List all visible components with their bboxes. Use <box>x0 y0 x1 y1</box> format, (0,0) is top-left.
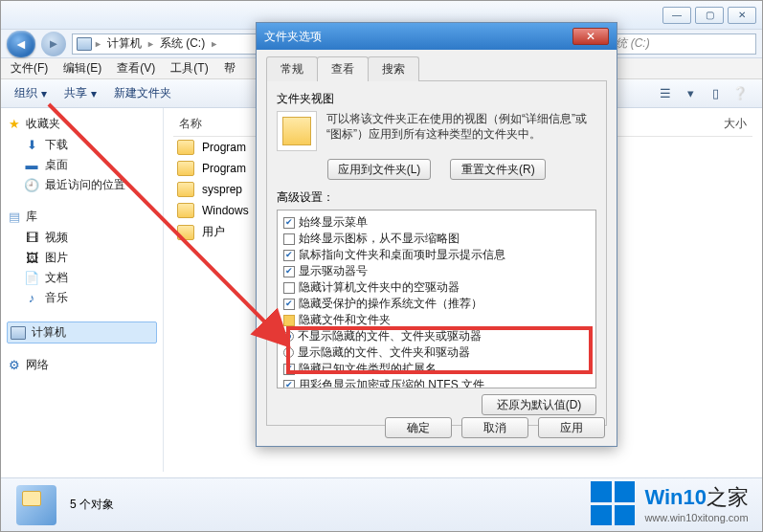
advanced-option[interactable]: ✔隐藏已知文件类型的扩展名 <box>283 361 590 377</box>
checkbox[interactable] <box>283 282 295 294</box>
checkbox[interactable]: ✔ <box>283 299 295 310</box>
breadcrumb-seg-computer[interactable]: 计算机 <box>104 35 145 52</box>
cancel-button[interactable]: 取消 <box>461 417 528 438</box>
sidebar-item-recent[interactable]: 🕘最近访问的位置 <box>7 175 157 195</box>
video-icon: 🎞 <box>24 231 39 246</box>
libraries-group[interactable]: ▤库 <box>7 209 157 225</box>
help-icon[interactable]: ❔ <box>731 85 749 102</box>
ok-button[interactable]: 确定 <box>385 417 452 438</box>
checkbox[interactable]: ✔ <box>283 380 295 389</box>
navigation-pane: ★收藏夹 ⬇下载 ▬桌面 🕘最近访问的位置 ▤库 🎞视频 🖼图片 📄文档 ♪音乐… <box>1 108 164 472</box>
menu-help[interactable]: 帮 <box>224 60 236 77</box>
desktop-icon: ▬ <box>24 158 39 173</box>
sidebar-item-videos[interactable]: 🎞视频 <box>7 228 157 248</box>
organize-button[interactable]: 组织▾ <box>14 85 47 101</box>
folder-icon <box>177 225 194 240</box>
restore-defaults-button[interactable]: 还原为默认值(D) <box>482 394 596 415</box>
advanced-option[interactable]: ✔隐藏受保护的操作系统文件（推荐） <box>283 296 590 312</box>
option-label: 用彩色显示加密或压缩的 NTFS 文件 <box>299 378 484 388</box>
option-label: 显示驱动器号 <box>299 264 368 278</box>
advanced-option[interactable]: 不显示隐藏的文件、文件夹或驱动器 <box>283 328 590 344</box>
menu-view[interactable]: 查看(V) <box>117 60 155 77</box>
download-icon: ⬇ <box>24 138 39 153</box>
option-label: 始终显示图标，从不显示缩略图 <box>299 232 460 246</box>
checkbox[interactable]: ✔ <box>283 364 295 375</box>
chevron-right-icon: ► <box>210 39 218 49</box>
advanced-settings-list[interactable]: ✔始终显示菜单始终显示图标，从不显示缩略图✔鼠标指向文件夹和桌面项时显示提示信息… <box>277 210 596 388</box>
music-icon: ♪ <box>24 291 39 306</box>
option-label: 不显示隐藏的文件、文件夹或驱动器 <box>298 329 482 344</box>
menu-edit[interactable]: 编辑(E) <box>63 60 101 77</box>
option-label: 隐藏计算机文件夹中的空驱动器 <box>299 280 460 295</box>
sidebar-item-desktop[interactable]: ▬桌面 <box>7 155 157 175</box>
window-minimize-button[interactable]: — <box>662 7 691 24</box>
file-name: 用户 <box>202 224 225 240</box>
dialog-titlebar[interactable]: 文件夹选项 ✕ <box>257 23 617 50</box>
apply-button[interactable]: 应用 <box>538 417 605 438</box>
radio-button[interactable] <box>283 331 294 342</box>
advanced-option[interactable]: ✔鼠标指向文件夹和桌面项时显示提示信息 <box>283 247 590 263</box>
folder-icon <box>283 315 295 326</box>
tab-view-page: 文件夹视图 可以将该文件夹正在使用的视图（例如“详细信息”或“图标”）应用到所有… <box>266 81 607 426</box>
windows-logo-icon <box>591 481 635 525</box>
menu-tools[interactable]: 工具(T) <box>170 60 208 77</box>
folder-icon <box>177 203 194 218</box>
watermark-title: Win10之家 <box>644 483 749 512</box>
advanced-option[interactable]: ✔始终显示菜单 <box>283 214 590 231</box>
sidebar-item-music[interactable]: ♪音乐 <box>7 288 157 308</box>
advanced-option[interactable]: 隐藏计算机文件夹中的空驱动器 <box>283 279 590 296</box>
window-close-button[interactable]: ✕ <box>728 7 756 24</box>
new-folder-button[interactable]: 新建文件夹 <box>114 85 171 101</box>
library-icon: ▤ <box>7 210 22 225</box>
sidebar-item-documents[interactable]: 📄文档 <box>7 268 157 288</box>
tab-view[interactable]: 查看 <box>317 56 369 81</box>
drive-icon <box>16 485 56 525</box>
watermark: Win10之家 www.win10xitong.com <box>591 481 749 525</box>
nav-back-button[interactable]: ◄ <box>7 31 35 57</box>
chevron-right-icon: ► <box>94 39 102 49</box>
window-maximize-button[interactable]: ▢ <box>695 7 724 24</box>
apply-to-folders-button[interactable]: 应用到文件夹(L) <box>327 159 432 180</box>
watermark-url: www.win10xitong.com <box>644 512 749 523</box>
checkbox[interactable]: ✔ <box>283 250 295 261</box>
folder-icon <box>177 161 194 176</box>
preview-pane-icon[interactable]: ▯ <box>707 85 724 102</box>
checkbox[interactable] <box>283 233 295 245</box>
picture-icon: 🖼 <box>24 251 39 266</box>
breadcrumb-seg-drive[interactable]: 系统 (C:) <box>157 35 208 52</box>
folder-options-dialog: 文件夹选项 ✕ 常规 查看 搜索 文件夹视图 可以将该文件夹正在使用的视图（例如… <box>256 22 617 447</box>
network-icon: ⚙ <box>7 358 22 373</box>
option-label: 显示隐藏的文件、文件夹和驱动器 <box>298 345 470 360</box>
document-icon: 📄 <box>24 271 39 286</box>
sidebar-item-computer[interactable]: 计算机 <box>7 321 157 344</box>
dialog-tabs: 常规 查看 搜索 <box>266 55 607 81</box>
reset-folders-button[interactable]: 重置文件夹(R) <box>450 159 546 180</box>
advanced-option[interactable]: 隐藏文件和文件夹 <box>283 312 590 328</box>
folder-icon <box>177 140 194 155</box>
share-button[interactable]: 共享▾ <box>64 85 97 101</box>
option-label: 鼠标指向文件夹和桌面项时显示提示信息 <box>299 248 505 262</box>
favorites-group[interactable]: ★收藏夹 <box>7 116 157 132</box>
checkbox[interactable]: ✔ <box>283 266 295 277</box>
sidebar-item-downloads[interactable]: ⬇下载 <box>7 135 157 155</box>
advanced-option[interactable]: ✔用彩色显示加密或压缩的 NTFS 文件 <box>283 377 590 388</box>
tab-search[interactable]: 搜索 <box>368 56 419 81</box>
advanced-settings-label: 高级设置： <box>277 189 596 206</box>
nav-forward-button[interactable]: ► <box>41 32 66 56</box>
advanced-option[interactable]: 显示隐藏的文件、文件夹和驱动器 <box>283 344 590 361</box>
tab-general[interactable]: 常规 <box>266 56 318 81</box>
column-size[interactable]: 大小 <box>718 112 752 136</box>
menu-file[interactable]: 文件(F) <box>11 60 48 77</box>
advanced-option[interactable]: ✔显示驱动器号 <box>283 263 590 279</box>
radio-button[interactable] <box>283 347 294 358</box>
view-options-icon[interactable]: ☰ <box>657 85 674 102</box>
folder-icon <box>177 182 194 197</box>
advanced-option[interactable]: 始终显示图标，从不显示缩略图 <box>283 231 590 247</box>
sidebar-item-pictures[interactable]: 🖼图片 <box>7 248 157 268</box>
checkbox[interactable]: ✔ <box>283 217 295 229</box>
folder-icon <box>277 111 317 151</box>
status-text: 5 个对象 <box>70 497 114 513</box>
sidebar-item-network[interactable]: ⚙网络 <box>7 357 157 373</box>
chevron-down-icon[interactable]: ▾ <box>682 85 699 102</box>
dialog-close-button[interactable]: ✕ <box>572 28 609 45</box>
